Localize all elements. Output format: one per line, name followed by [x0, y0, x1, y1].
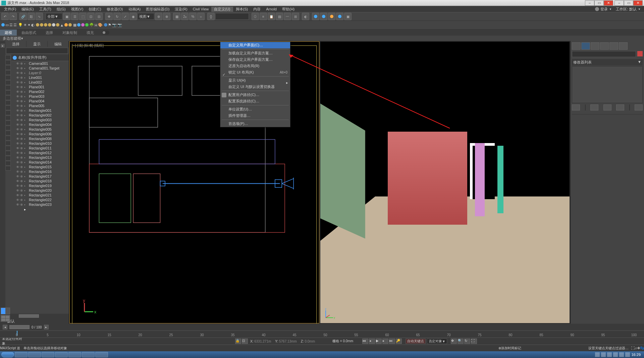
modifier-stack[interactable]: [572, 66, 643, 103]
cmdtab-create[interactable]: [572, 42, 581, 50]
remove-modifier-button[interactable]: [616, 104, 624, 110]
nav-zoom-extents-button[interactable]: ⛶: [631, 346, 635, 350]
ribbon-tab-freeform[interactable]: 自由形式: [17, 30, 41, 36]
menu-edit[interactable]: 编辑(E): [19, 7, 37, 12]
filter-btn[interactable]: [5, 126, 11, 130]
primitive3-icon[interactable]: [44, 23, 47, 27]
menu-ui-switcher[interactable]: 自定义 UI 与默认设置切换器: [220, 84, 290, 90]
scene-row[interactable]: 👁❄▪Rectangle017: [11, 174, 69, 179]
tray-icon[interactable]: [613, 352, 618, 357]
cam2-icon[interactable]: 📷: [117, 23, 122, 27]
scene-row[interactable]: 👁❄▪Rectangle016: [11, 169, 69, 174]
filter-btn[interactable]: [5, 151, 11, 155]
percent-snap-button[interactable]: %: [189, 13, 197, 20]
timeline-ruler[interactable]: 0510152025303540455055606570758085909510…: [0, 330, 644, 338]
scene-list-header[interactable]: 名称(按升序排序): [11, 54, 69, 61]
lock-selection-button[interactable]: 🔒: [235, 339, 241, 344]
scene-row[interactable]: 👁❄▪Rectangle011: [11, 146, 69, 150]
ribbon-tab-populate[interactable]: 填充: [82, 30, 99, 36]
menu-tools[interactable]: 工具(T): [37, 7, 54, 12]
show-end-result-button[interactable]: [590, 104, 598, 110]
scene-tab-display[interactable]: 显示: [26, 41, 48, 47]
unlink-button[interactable]: ⛓: [28, 13, 35, 20]
scene-object-list[interactable]: 名称(按升序排序) 👁❄▪Camera001👁❄▪Camera001.Targe…: [11, 54, 69, 314]
filter-btn[interactable]: [5, 141, 11, 145]
cmdtab-hierarchy[interactable]: [591, 42, 599, 50]
filter-btn[interactable]: [5, 110, 11, 115]
isolate-button[interactable]: ⊡: [242, 339, 248, 344]
scene-search-input[interactable]: [6, 48, 68, 54]
nav-zoom-button[interactable]: 🔍: [458, 339, 464, 344]
filter-btn[interactable]: [5, 60, 11, 65]
menu-group[interactable]: 组(G): [54, 7, 68, 12]
viewport-perspective[interactable]: z y: [320, 41, 570, 323]
snap-button[interactable]: ▦: [173, 13, 180, 20]
filter-btn[interactable]: [5, 70, 11, 75]
time-next-button[interactable]: ▸: [44, 325, 49, 329]
filter-btn[interactable]: [5, 161, 11, 166]
scale-button[interactable]: ⤢: [121, 13, 129, 20]
minimize-button[interactable]: –: [585, 0, 594, 6]
scene-hscroll[interactable]: [5, 314, 69, 318]
menu-content[interactable]: 内容: [251, 7, 263, 12]
primitive6-icon[interactable]: [56, 23, 59, 27]
scene-row[interactable]: 👁❄▪Rectangle004: [11, 122, 69, 127]
scene-row[interactable]: 👁❄▪Rectangle021: [11, 193, 69, 197]
scene-tab-edit[interactable]: 编辑: [48, 41, 69, 47]
ribbon-tab-modeling[interactable]: 建模: [0, 30, 17, 36]
menu-rendering[interactable]: 渲染(R): [172, 7, 190, 12]
scene-row[interactable]: 👁❄▪Rectangle022: [11, 197, 69, 202]
light2-icon[interactable]: ☀: [23, 23, 27, 27]
viewport-top[interactable]: [+] [顶] [标准] [线框]: [69, 41, 319, 323]
selection-filter-dropdown[interactable]: 全部 ▼: [46, 13, 62, 20]
scene-row[interactable]: 👁❄▪Camera001.Target: [11, 66, 69, 71]
rotate-button[interactable]: ↻: [113, 13, 121, 20]
filter-btn[interactable]: [5, 105, 11, 110]
selected-objects-dropdown[interactable]: 选定对象 ▼: [427, 339, 447, 344]
light-icon[interactable]: 💡: [18, 23, 23, 27]
select-rect-button[interactable]: ⬚: [79, 13, 87, 20]
sun-icon[interactable]: [64, 23, 68, 27]
filter-btn[interactable]: [5, 90, 11, 95]
scene-row[interactable]: 👁❄▪Rectangle010: [11, 141, 69, 146]
nav-orbit-button[interactable]: ↻: [464, 339, 470, 344]
setkey-button[interactable]: 设置关键点: [588, 346, 605, 351]
autokey-button[interactable]: 自动关键点: [406, 339, 426, 344]
curve-editor-button[interactable]: 〰: [284, 13, 291, 20]
mirror-button[interactable]: ⏀: [252, 13, 259, 20]
taskbar-clock[interactable]: 16:29: [631, 353, 641, 357]
primitive4-icon[interactable]: [48, 23, 51, 27]
filter-btn[interactable]: [5, 55, 11, 60]
menu-customize[interactable]: 自定义(U): [211, 7, 233, 12]
menu-animation[interactable]: 动画(A): [126, 7, 144, 12]
taskbar-item[interactable]: [95, 352, 108, 357]
time-tag-button[interactable]: ⊕: [498, 346, 501, 350]
restore-button-2[interactable]: ▭: [624, 0, 633, 6]
taskbar-item[interactable]: [28, 352, 41, 357]
ribbon-tab-selection[interactable]: 选择: [41, 30, 58, 36]
hdr-icon[interactable]: H: [95, 23, 97, 27]
menu-lock-ui[interactable]: 锁定 UI 布局(K)Alt+0: [220, 69, 290, 76]
redo-button[interactable]: ↷: [9, 13, 17, 20]
cmdtab-utilities[interactable]: [619, 42, 628, 50]
time-prev-button[interactable]: ◂: [3, 325, 7, 329]
primitive7-icon[interactable]: ▲: [60, 23, 64, 27]
align-button[interactable]: ≡: [260, 13, 267, 20]
filter-btn[interactable]: [5, 116, 11, 120]
play-button[interactable]: ▶: [376, 339, 382, 344]
scene-row[interactable]: 👁❄▪Rectangle008: [11, 136, 69, 141]
start-button[interactable]: [1, 352, 14, 357]
menu-file[interactable]: 文件(F): [1, 7, 19, 12]
menu-preferences[interactable]: 首选项(P)…: [220, 121, 290, 127]
filter-btn[interactable]: [5, 131, 11, 135]
taskbar-item[interactable]: [82, 352, 95, 357]
scene-row[interactable]: 👁❄▪Rectangle001: [11, 108, 69, 113]
tray-icon[interactable]: [607, 352, 612, 357]
scene-row[interactable]: 👁❄▪Rectangle019: [11, 183, 69, 188]
menu-grapheditors[interactable]: 图形编辑器(D): [143, 7, 172, 12]
scene-row[interactable]: 👁❄▪Rectangle020: [11, 188, 69, 193]
expand-button[interactable]: ▸: [1, 44, 5, 48]
configure-sets-button[interactable]: [635, 104, 643, 110]
scene-row[interactable]: 👁❄▪Rectangle006: [11, 132, 69, 136]
taskbar-item[interactable]: [15, 352, 28, 357]
